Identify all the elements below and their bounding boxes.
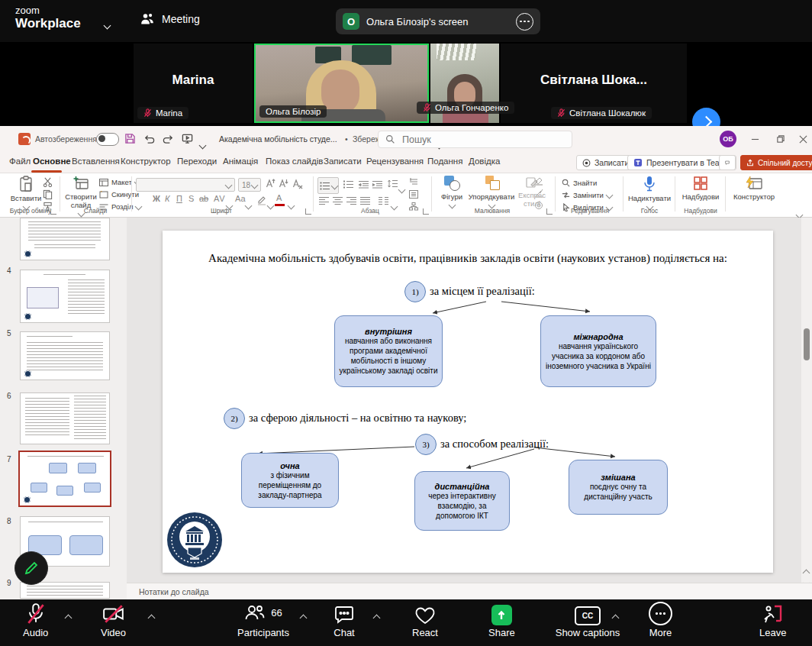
increase-indent-icon[interactable] xyxy=(372,180,382,189)
slide-thumbnail-7-selected[interactable] xyxy=(18,451,111,507)
replace-button[interactable]: Замінити xyxy=(562,191,612,199)
align-center-icon[interactable] xyxy=(333,196,343,205)
decrease-indent-icon[interactable] xyxy=(359,180,369,189)
shape-outline-icon[interactable] xyxy=(534,189,543,198)
start-presentation-icon[interactable] xyxy=(182,133,193,144)
tab-review[interactable]: Рецензування xyxy=(366,157,424,166)
font-color-button[interactable]: А xyxy=(276,193,282,202)
captions-options-chevron[interactable] xyxy=(613,610,618,624)
tab-slideshow[interactable]: Показ слайдів xyxy=(266,157,323,166)
slide-number[interactable]: 9 xyxy=(7,579,11,587)
text-shadow-button[interactable]: S xyxy=(188,194,194,203)
slide-thumbnail-4[interactable] xyxy=(20,270,110,323)
tab-help[interactable]: Довідка xyxy=(469,157,500,166)
cut-icon[interactable] xyxy=(43,177,53,187)
audio-options-chevron[interactable] xyxy=(66,610,71,624)
slide-number[interactable]: 4 xyxy=(7,266,11,275)
addins-button[interactable]: Надбудови xyxy=(679,176,722,201)
slide-thumbnail-3-partial[interactable] xyxy=(20,218,110,260)
audio-button[interactable]: Audio xyxy=(23,599,48,638)
workspace-chevron-down-icon[interactable] xyxy=(105,18,110,31)
annotate-pencil-button[interactable] xyxy=(14,551,48,585)
align-right-icon[interactable] xyxy=(346,196,356,205)
react-button[interactable]: React xyxy=(412,599,438,638)
close-button[interactable] xyxy=(792,129,812,149)
slide-thumbnail-5[interactable] xyxy=(20,331,110,380)
chat-button[interactable]: Chat xyxy=(334,599,355,638)
slide-thumbnail-panel[interactable]: 4 5 6 7 8 xyxy=(0,218,127,599)
show-captions-button[interactable]: CC Show captions xyxy=(553,599,622,638)
video-tile-marina[interactable]: Marina Marina xyxy=(134,44,253,123)
slide-number[interactable]: 5 xyxy=(7,329,11,338)
restore-button[interactable] xyxy=(769,129,791,149)
video-tile-bilozir[interactable]: Ольга Білозір xyxy=(254,44,429,123)
shared-screen-indicator[interactable]: O Ольга Білозір's screen xyxy=(336,8,540,34)
find-button[interactable]: Знайти xyxy=(562,179,597,187)
scrollbar-thumb[interactable] xyxy=(804,328,810,360)
paragraph-dialog-launcher[interactable] xyxy=(423,208,429,215)
minimize-button[interactable] xyxy=(744,129,765,149)
tab-home[interactable]: Основне xyxy=(33,157,71,166)
redo-icon[interactable] xyxy=(163,133,174,144)
shape-effects-icon[interactable] xyxy=(534,201,543,210)
user-avatar-badge[interactable]: ОБ xyxy=(720,131,736,147)
chat-options-chevron[interactable] xyxy=(374,610,379,624)
meeting-tab[interactable]: Meeting xyxy=(140,12,200,26)
more-button[interactable]: More xyxy=(649,599,672,638)
search-box[interactable] xyxy=(378,131,572,148)
participants-button[interactable]: 66 Participants xyxy=(229,599,298,638)
layout-button[interactable]: Макет xyxy=(99,178,140,186)
search-input[interactable] xyxy=(401,134,549,146)
font-name-combo[interactable] xyxy=(136,178,235,192)
vertical-scrollbar[interactable] xyxy=(801,218,812,583)
leave-button[interactable]: Leave xyxy=(759,599,786,638)
bullets-button[interactable] xyxy=(317,177,339,194)
text-direction-icon[interactable] xyxy=(409,178,418,186)
change-case-button[interactable]: Аа xyxy=(235,194,246,203)
arrange-button[interactable]: Упорядкувати xyxy=(468,176,515,208)
tab-animations[interactable]: Анімація xyxy=(223,157,258,166)
columns-icon[interactable] xyxy=(379,196,388,205)
video-options-chevron[interactable] xyxy=(149,610,154,624)
justify-icon[interactable] xyxy=(360,196,370,205)
decrease-font-icon[interactable] xyxy=(279,179,289,189)
save-icon[interactable] xyxy=(124,133,136,144)
font-dialog-launcher[interactable] xyxy=(305,208,311,215)
bold-button[interactable]: Ж xyxy=(153,194,160,203)
share-button[interactable]: Share xyxy=(488,599,515,638)
share-access-button[interactable]: Спільний доступ xyxy=(740,155,812,170)
tab-design[interactable]: Конструктор xyxy=(121,157,171,166)
drawing-dialog-launcher[interactable] xyxy=(546,208,553,215)
character-spacing-button[interactable]: АV xyxy=(214,194,225,203)
record-button[interactable]: Записати xyxy=(576,155,635,170)
tab-view[interactable]: Подання xyxy=(427,157,462,166)
slide-number[interactable]: 6 xyxy=(7,392,11,400)
slide-number[interactable]: 7 xyxy=(7,455,11,464)
shapes-button[interactable]: Фігури xyxy=(437,176,466,208)
numbering-icon[interactable] xyxy=(343,180,353,189)
align-text-icon[interactable] xyxy=(409,190,418,199)
autosave-toggle[interactable] xyxy=(96,133,119,146)
paste-button[interactable]: Вставити xyxy=(9,176,43,209)
underline-button[interactable]: П xyxy=(176,194,182,203)
font-size-combo[interactable]: 18 xyxy=(238,178,261,192)
strikethrough-button[interactable]: ab xyxy=(199,194,208,203)
reset-slide-button[interactable]: Скинути xyxy=(99,190,139,199)
notes-bar[interactable]: Нотатки до слайда xyxy=(127,583,812,599)
highlight-pen-icon[interactable] xyxy=(256,195,267,205)
shape-fill-icon[interactable] xyxy=(534,176,543,186)
clear-formatting-icon[interactable] xyxy=(292,179,303,189)
tab-transitions[interactable]: Переходи xyxy=(177,157,217,166)
tab-record[interactable]: Записати xyxy=(324,157,362,166)
video-tile-shokaliuk[interactable]: Світлана Шока... Світлана Шокалюк xyxy=(501,44,687,123)
undo-icon[interactable] xyxy=(143,133,155,144)
designer-button[interactable]: Конструктор xyxy=(730,176,778,201)
share-options-ellipsis-icon[interactable] xyxy=(516,13,533,31)
slide-thumbnail-6[interactable] xyxy=(20,392,110,444)
tab-file[interactable]: Файл xyxy=(9,157,31,166)
align-left-icon[interactable] xyxy=(319,196,329,205)
slide-canvas[interactable]: Академічна мобільність здобувачів освіти… xyxy=(163,231,773,573)
clipboard-dialog-launcher[interactable] xyxy=(50,208,56,215)
smartart-convert-icon[interactable] xyxy=(409,202,418,211)
participants-options-chevron[interactable] xyxy=(301,610,306,624)
